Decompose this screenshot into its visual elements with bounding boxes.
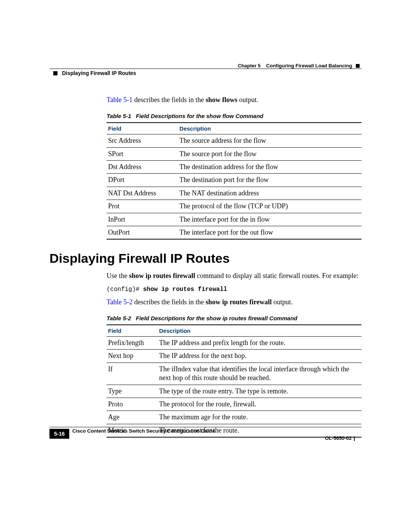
cell-desc: The interface port for the in flow <box>178 213 362 226</box>
cell-desc: The NAT destination address <box>178 187 362 200</box>
footer-book-title: Cisco Content Services Switch Security C… <box>72 428 215 434</box>
table-5-1-caption: Table 5-1 Field Descriptions for the sho… <box>107 113 362 119</box>
section-marker-icon <box>53 71 57 75</box>
doc-id-text: OL-5650-02 <box>325 435 352 441</box>
intro2-end: output. <box>272 298 293 306</box>
doc-id-marker-icon <box>354 436 355 441</box>
section-title: Displaying Firewall IP Routes <box>49 251 362 266</box>
intro1-text: describes the fields in the <box>132 96 206 104</box>
section-running-text: Displaying Firewall IP Routes <box>62 70 136 76</box>
cell-desc: The IP address for the next hop. <box>158 350 362 363</box>
cell-field: Next hop <box>107 350 158 363</box>
cell-desc: The source port for the flow <box>178 147 362 160</box>
table1-num: Table 5-1 <box>107 113 131 119</box>
table-row: SPortThe source port for the flow <box>107 147 362 160</box>
intro-paragraph-2: Table 5-2 describes the fields in the sh… <box>107 297 362 307</box>
footer-rule <box>49 427 362 427</box>
intro2-text: describes the fields in the <box>132 298 206 306</box>
code-example: (config)# show ip routes firewall <box>107 286 362 293</box>
table-row: Prefix/lengthThe IP address and prefix l… <box>107 337 362 350</box>
cell-field: NAT Dst Address <box>107 187 178 200</box>
doc-id: OL-5650-02 <box>325 435 355 441</box>
intro-paragraph-1: Table 5-1 describes the fields in the sh… <box>107 95 362 104</box>
table-row: OutPortThe interface port for the out fl… <box>107 226 362 240</box>
cell-desc: The maximum age for the route. <box>158 411 362 424</box>
table-row: AgeThe maximum age for the route. <box>107 411 362 424</box>
running-header: Chapter 5 Configuring Firewall Load Bala… <box>238 63 360 69</box>
section-running-head: Displaying Firewall IP Routes <box>53 70 136 76</box>
chapter-ref: Chapter 5 <box>238 63 261 69</box>
table-row: NAT Dst AddressThe NAT destination addre… <box>107 187 362 200</box>
table1-title: Field Descriptions for the show flow Com… <box>136 113 263 119</box>
table1-col-desc: Description <box>178 123 362 134</box>
header-marker-icon <box>356 64 360 68</box>
cell-desc: The interface port for the out flow <box>178 226 362 240</box>
table1-col-field: Field <box>107 123 178 134</box>
cell-field: DPort <box>107 174 178 187</box>
cell-field: Type <box>107 385 158 398</box>
table-5-1-link[interactable]: Table 5-1 <box>107 96 132 104</box>
chapter-title: Configuring Firewall Load Balancing <box>266 63 352 69</box>
cell-desc: The protocol for the route, firewall. <box>158 398 362 411</box>
cell-desc: The type of the route entry. The type is… <box>158 385 362 398</box>
cell-desc: The destination port for the flow <box>178 174 362 187</box>
table2-title: Field Descriptions for the show ip route… <box>136 315 297 321</box>
cell-desc: The IP address and prefix length for the… <box>158 337 362 350</box>
para2-a: Use the <box>107 272 129 280</box>
table-5-2-caption: Table 5-2 Field Descriptions for the sho… <box>107 315 362 321</box>
cell-field: Src Address <box>107 134 178 147</box>
table-row: ProtThe protocol of the flow (TCP or UDP… <box>107 200 362 213</box>
code-prompt: (config)# <box>107 286 143 293</box>
cmd-show-ip-routes-firewall: show ip routes firewall <box>129 272 195 280</box>
cell-desc: The ifIndex value that identifies the lo… <box>158 363 362 385</box>
table2-num: Table 5-2 <box>107 315 131 321</box>
cell-desc: The destination address for the flow <box>178 161 362 174</box>
cell-desc: The protocol of the flow (TCP or UDP) <box>178 200 362 213</box>
cell-field: Dst Address <box>107 161 178 174</box>
cell-field: If <box>107 363 158 385</box>
table2-col-field: Field <box>107 325 158 337</box>
table-row: InPortThe interface port for the in flow <box>107 213 362 226</box>
header-rule <box>49 69 362 69</box>
table-5-2-link[interactable]: Table 5-2 <box>107 298 132 306</box>
table-row: IfThe ifIndex value that identifies the … <box>107 363 362 385</box>
cmd-show-ip-routes-firewall-2: show ip routes firewall <box>206 298 272 306</box>
cell-field: InPort <box>107 213 178 226</box>
code-command: show ip routes firewall <box>143 286 227 293</box>
cell-field: Age <box>107 411 158 424</box>
page-number: 5-16 <box>49 429 69 439</box>
table-5-2: Field Description Prefix/lengthThe IP ad… <box>107 324 362 438</box>
cell-field: Prot <box>107 200 178 213</box>
main-content: Table 5-1 describes the fields in the sh… <box>107 95 362 438</box>
cmd-show-flows: show flows <box>206 96 237 104</box>
intro1-end: output. <box>237 96 258 104</box>
para2-c: command to display all static firewall r… <box>195 272 358 280</box>
table-row: DPortThe destination port for the flow <box>107 174 362 187</box>
table2-col-desc: Description <box>158 325 362 337</box>
cell-desc: The source address for the flow <box>178 134 362 147</box>
cell-field: SPort <box>107 147 178 160</box>
table-row: TypeThe type of the route entry. The typ… <box>107 385 362 398</box>
table-row: Dst AddressThe destination address for t… <box>107 161 362 174</box>
cell-field: Prefix/length <box>107 337 158 350</box>
cell-field: Proto <box>107 398 158 411</box>
table-5-1: Field Description Src AddressThe source … <box>107 122 362 240</box>
paragraph-2: Use the show ip routes firewall command … <box>107 271 362 280</box>
table-row: Next hopThe IP address for the next hop. <box>107 350 362 363</box>
cell-field: OutPort <box>107 226 178 240</box>
table-row: ProtoThe protocol for the route, firewal… <box>107 398 362 411</box>
table-row: Src AddressThe source address for the fl… <box>107 134 362 147</box>
